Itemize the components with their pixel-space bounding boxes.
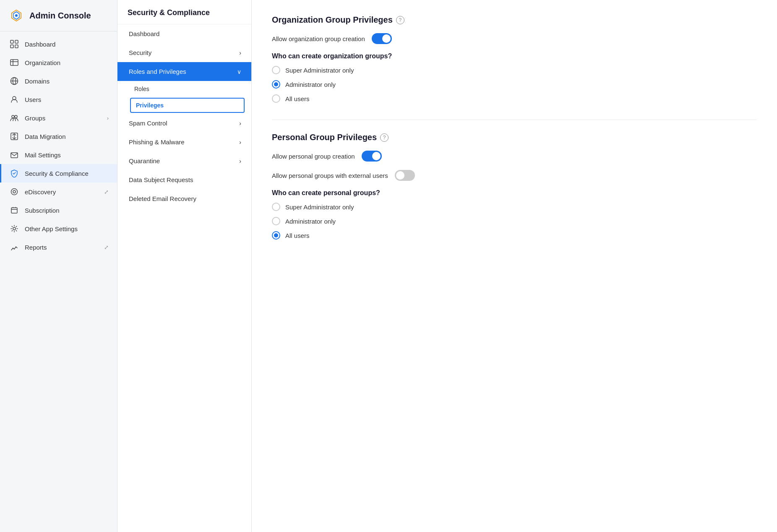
- personal-radio-admin[interactable]: Administrator only: [272, 217, 757, 225]
- personal-radio-super-admin[interactable]: Super Administrator only: [272, 203, 757, 211]
- sidebar-item-label: Security & Compliance: [25, 170, 89, 177]
- personal-allow-creation-toggle[interactable]: [362, 151, 382, 162]
- svg-rect-4: [10, 45, 13, 48]
- subscription-icon: [10, 206, 19, 215]
- sidebar-item-label: Other App Settings: [25, 225, 78, 232]
- other-settings-icon: [10, 224, 19, 233]
- sidebar-item-other-settings[interactable]: Other App Settings: [0, 219, 117, 238]
- org-radio-all-users[interactable]: All users: [272, 94, 757, 103]
- middle-menu-label: Quarantine: [129, 157, 160, 164]
- sidebar-item-mail-settings[interactable]: Mail Settings: [0, 146, 117, 164]
- org-radio-all-users-circle: [272, 94, 280, 103]
- sidebar-item-label: Organization: [25, 59, 60, 66]
- sidebar-item-security-compliance[interactable]: Security & Compliance: [0, 164, 117, 183]
- sidebar-item-organization[interactable]: Organization: [0, 53, 117, 72]
- svg-point-18: [11, 189, 18, 195]
- personal-who-can-create-title: Who can create personal groups?: [272, 189, 757, 197]
- personal-radio-admin-circle: [272, 217, 280, 225]
- mail-settings-icon: [10, 150, 19, 159]
- sidebar-item-label: Dashboard: [25, 41, 55, 48]
- middle-menu-security[interactable]: Security ›: [117, 43, 251, 62]
- svg-rect-17: [11, 153, 18, 158]
- submenu-item-label: Roles: [134, 86, 149, 92]
- middle-panel: Security & Compliance Dashboard Security…: [117, 0, 252, 532]
- middle-menu-quarantine[interactable]: Quarantine ›: [117, 151, 251, 170]
- sidebar-item-domains[interactable]: Domains: [0, 72, 117, 90]
- personal-allow-creation-row: Allow personal group creation: [272, 151, 757, 162]
- personal-radio-all-users[interactable]: All users: [272, 231, 757, 240]
- security-compliance-icon: [10, 169, 19, 178]
- svg-rect-2: [10, 40, 13, 43]
- middle-menu-deleted-email[interactable]: Deleted Email Recovery: [117, 189, 251, 208]
- org-radio-admin[interactable]: Administrator only: [272, 80, 757, 89]
- svg-point-19: [13, 190, 16, 193]
- middle-menu-phishing-malware[interactable]: Phishing & Malware ›: [117, 133, 251, 151]
- sidebar-item-ediscovery[interactable]: eDiscovery ⤢: [0, 183, 117, 201]
- spam-control-arrow-icon: ›: [239, 120, 241, 127]
- sidebar-item-groups[interactable]: Groups ›: [0, 109, 117, 127]
- org-allow-creation-row: Allow organization group creation: [272, 33, 757, 44]
- submenu-item-privileges[interactable]: Privileges: [130, 98, 245, 113]
- middle-menu-label: Spam Control: [129, 120, 167, 127]
- ediscovery-external-icon: ⤢: [104, 189, 109, 195]
- groups-icon: [10, 113, 19, 123]
- org-toggle-slider: [372, 33, 392, 44]
- middle-menu-label: Data Subject Requests: [129, 176, 193, 183]
- middle-menu-data-subject[interactable]: Data Subject Requests: [117, 170, 251, 189]
- org-section-title-text: Organization Group Privileges: [272, 15, 393, 25]
- roles-privileges-submenu: Roles Privileges: [117, 81, 251, 113]
- personal-section-title: Personal Group Privileges ?: [272, 133, 757, 142]
- sidebar-item-label: Users: [25, 96, 41, 103]
- personal-allow-external-toggle[interactable]: [395, 170, 415, 181]
- sidebar-item-label: eDiscovery: [25, 188, 56, 196]
- personal-help-icon[interactable]: ?: [380, 133, 388, 142]
- sidebar-item-data-migration[interactable]: Data Migration: [0, 127, 117, 146]
- personal-radio-all-users-circle: [272, 231, 280, 240]
- app-title: Admin Console: [29, 11, 91, 21]
- sidebar-item-label: Mail Settings: [25, 151, 61, 159]
- org-radio-super-admin-label: Super Administrator only: [285, 67, 354, 74]
- middle-menu-roles-privileges[interactable]: Roles and Privileges ∨: [117, 62, 251, 81]
- sidebar-item-label: Groups: [25, 115, 45, 122]
- section-divider: [272, 120, 757, 120]
- phishing-arrow-icon: ›: [239, 139, 241, 146]
- middle-menu-label: Roles and Privileges: [129, 68, 186, 75]
- sidebar-item-label: Domains: [25, 78, 50, 85]
- security-arrow-icon: ›: [239, 50, 241, 56]
- org-group-privileges-section: Organization Group Privileges ? Allow or…: [272, 15, 757, 103]
- organization-icon: [10, 58, 19, 67]
- middle-menu-spam-control[interactable]: Spam Control ›: [117, 114, 251, 133]
- org-help-icon[interactable]: ?: [396, 16, 404, 24]
- middle-menu-dashboard[interactable]: Dashboard: [117, 24, 251, 43]
- sidebar-item-subscription[interactable]: Subscription: [0, 201, 117, 219]
- org-radio-super-admin-circle: [272, 66, 280, 74]
- users-icon: [10, 95, 19, 104]
- middle-menu-label: Deleted Email Recovery: [129, 195, 196, 202]
- groups-arrow-icon: ›: [107, 115, 109, 121]
- personal-radio-admin-label: Administrator only: [285, 218, 336, 225]
- sidebar-item-label: Reports: [25, 244, 47, 251]
- svg-point-22: [13, 227, 16, 230]
- sidebar-item-users[interactable]: Users: [0, 90, 117, 109]
- svg-point-13: [12, 115, 14, 118]
- quarantine-arrow-icon: ›: [239, 158, 241, 164]
- org-radio-super-admin[interactable]: Super Administrator only: [272, 66, 757, 74]
- svg-point-14: [15, 115, 17, 118]
- middle-menu-label: Security: [129, 49, 151, 56]
- org-radio-admin-circle: [272, 80, 280, 89]
- personal-section-title-text: Personal Group Privileges: [272, 133, 377, 142]
- ediscovery-icon: [10, 187, 19, 196]
- org-allow-creation-toggle[interactable]: [372, 33, 392, 44]
- middle-menu-label: Phishing & Malware: [129, 138, 185, 146]
- submenu-item-roles[interactable]: Roles: [117, 81, 251, 97]
- personal-radio-all-users-label: All users: [285, 232, 310, 239]
- personal-group-privileges-section: Personal Group Privileges ? Allow person…: [272, 133, 757, 240]
- sidebar-item-reports[interactable]: Reports ⤢: [0, 238, 117, 256]
- sidebar-item-dashboard[interactable]: Dashboard: [0, 35, 117, 53]
- dashboard-icon: [10, 39, 19, 49]
- org-section-title: Organization Group Privileges ?: [272, 15, 757, 25]
- personal-radio-super-admin-label: Super Administrator only: [285, 203, 354, 211]
- personal-allow-external-label: Allow personal groups with external user…: [272, 172, 388, 179]
- personal-allow-creation-label: Allow personal group creation: [272, 153, 355, 160]
- sidebar-navigation: Dashboard Organization Domains Users: [0, 31, 117, 260]
